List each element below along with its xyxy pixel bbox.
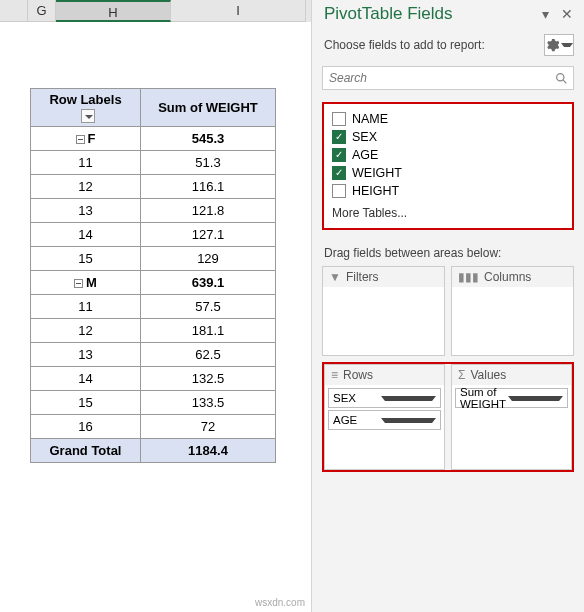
pivot-row-label[interactable]: 14 [31, 222, 141, 246]
pivot-row-label[interactable]: 13 [31, 342, 141, 366]
column-header-h[interactable]: H [56, 0, 171, 22]
pivot-row-label[interactable]: 12 [31, 174, 141, 198]
field-item-height[interactable]: HEIGHT [330, 182, 566, 200]
pivot-group-label[interactable]: F [31, 126, 141, 150]
pivot-row-value: 72 [141, 414, 276, 438]
filter-dropdown-icon[interactable] [81, 109, 95, 123]
close-icon[interactable]: ✕ [556, 6, 578, 22]
pane-title: PivotTable Fields [324, 4, 534, 24]
pill-label: Sum of WEIGHT [460, 386, 508, 410]
field-label: AGE [352, 148, 378, 162]
pivot-row-value: 57.5 [141, 294, 276, 318]
grand-total-value: 1184.4 [141, 438, 276, 462]
pivot-header-row-labels[interactable]: Row Labels [31, 89, 141, 127]
pivot-row-value: 121.8 [141, 198, 276, 222]
filters-area[interactable]: ▼Filters [322, 266, 445, 356]
column-header-i[interactable]: I [171, 0, 306, 22]
values-icon: Σ [458, 368, 465, 382]
search-icon [555, 71, 568, 89]
svg-line-1 [563, 80, 566, 83]
watermark: wsxdn.com [255, 597, 305, 608]
pivot-table: Row Labels Sum of WEIGHT F545.31151.3121… [30, 88, 276, 463]
pivot-row-label[interactable]: 12 [31, 318, 141, 342]
checkbox[interactable] [332, 112, 346, 126]
columns-label: Columns [484, 270, 531, 284]
collapse-icon[interactable] [74, 279, 83, 288]
column-header-g[interactable]: G [28, 0, 56, 22]
drag-instruction: Drag fields between areas below: [312, 234, 584, 266]
pivot-row-label[interactable]: 11 [31, 150, 141, 174]
svg-point-0 [557, 74, 564, 81]
grand-total-label: Grand Total [31, 438, 141, 462]
columns-icon: ▮▮▮ [458, 270, 479, 284]
pivot-group-total: 545.3 [141, 126, 276, 150]
pivot-fields-pane: PivotTable Fields ▾ ✕ Choose fields to a… [311, 0, 584, 612]
filter-icon: ▼ [329, 270, 341, 284]
gear-icon [545, 38, 559, 52]
pivot-row-value: 62.5 [141, 342, 276, 366]
checkbox[interactable] [332, 130, 346, 144]
layout-options-button[interactable] [544, 34, 574, 56]
rows-area[interactable]: ≡Rows SEXAGE [324, 364, 445, 470]
more-tables-link[interactable]: More Tables... [330, 200, 566, 220]
field-item-weight[interactable]: WEIGHT [330, 164, 566, 182]
pivot-row-value: 127.1 [141, 222, 276, 246]
pivot-row-label[interactable]: 16 [31, 414, 141, 438]
field-pill[interactable]: Sum of WEIGHT [455, 388, 568, 408]
field-item-name[interactable]: NAME [330, 110, 566, 128]
row-labels-text: Row Labels [49, 92, 121, 107]
field-label: HEIGHT [352, 184, 399, 198]
fields-list: NAMESEXAGEWEIGHTHEIGHT More Tables... [322, 102, 574, 230]
pivot-group-label[interactable]: M [31, 270, 141, 294]
pivot-row-value: 132.5 [141, 366, 276, 390]
rows-label: Rows [343, 368, 373, 382]
pivot-row-value: 133.5 [141, 390, 276, 414]
chevron-down-icon[interactable] [381, 418, 437, 423]
values-area[interactable]: ΣValues Sum of WEIGHT [451, 364, 572, 470]
checkbox[interactable] [332, 166, 346, 180]
columns-area[interactable]: ▮▮▮Columns [451, 266, 574, 356]
pivot-row-value: 116.1 [141, 174, 276, 198]
pivot-row-label[interactable]: 13 [31, 198, 141, 222]
pivot-row-label[interactable]: 15 [31, 390, 141, 414]
pivot-header-sum-weight: Sum of WEIGHT [141, 89, 276, 127]
pill-label: AGE [333, 414, 381, 426]
pivot-row-label[interactable]: 15 [31, 246, 141, 270]
spreadsheet-area: G H I Row Labels Sum of WEIGHT F545.3115… [0, 0, 311, 612]
pivot-row-label[interactable]: 14 [31, 366, 141, 390]
collapse-icon[interactable] [76, 135, 85, 144]
filters-label: Filters [346, 270, 379, 284]
field-label: NAME [352, 112, 388, 126]
pill-label: SEX [333, 392, 381, 404]
checkbox[interactable] [332, 148, 346, 162]
rows-icon: ≡ [331, 368, 338, 382]
field-label: SEX [352, 130, 377, 144]
values-label: Values [470, 368, 506, 382]
chevron-down-icon[interactable] [381, 396, 437, 401]
pivot-row-value: 51.3 [141, 150, 276, 174]
checkbox[interactable] [332, 184, 346, 198]
pivot-group-total: 639.1 [141, 270, 276, 294]
field-pill[interactable]: SEX [328, 388, 441, 408]
field-item-age[interactable]: AGE [330, 146, 566, 164]
search-input[interactable] [322, 66, 574, 90]
field-label: WEIGHT [352, 166, 402, 180]
pivot-row-value: 181.1 [141, 318, 276, 342]
field-item-sex[interactable]: SEX [330, 128, 566, 146]
pivot-row-value: 129 [141, 246, 276, 270]
select-all-corner[interactable] [0, 0, 28, 22]
pane-menu-icon[interactable]: ▾ [534, 6, 556, 22]
chevron-down-icon[interactable] [508, 396, 564, 401]
pane-subtitle: Choose fields to add to report: [324, 38, 544, 52]
field-pill[interactable]: AGE [328, 410, 441, 430]
pivot-row-label[interactable]: 11 [31, 294, 141, 318]
